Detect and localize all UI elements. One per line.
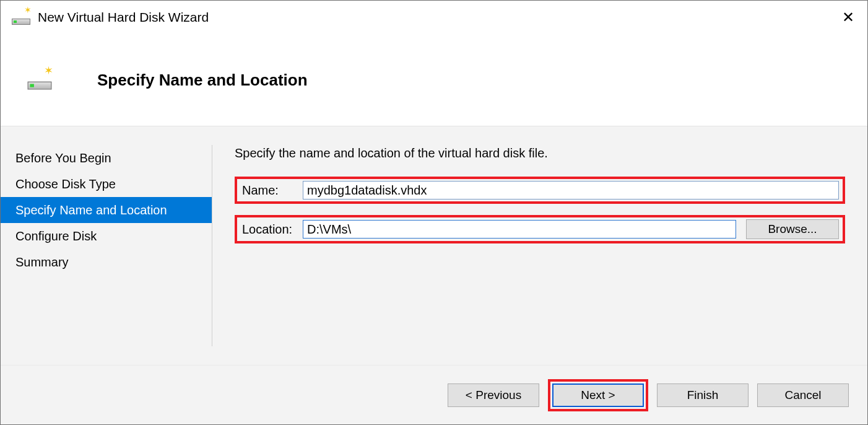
titlebar: New Virtual Hard Disk Wizard ✕ bbox=[1, 1, 867, 34]
location-field-row: Location: Browse... bbox=[235, 215, 845, 243]
name-input[interactable] bbox=[303, 181, 839, 199]
hard-disk-icon bbox=[12, 10, 30, 25]
wizard-footer: < Previous Next > Finish Cancel bbox=[1, 365, 867, 424]
finish-button[interactable]: Finish bbox=[657, 383, 749, 407]
step-specify-name-location[interactable]: Specify Name and Location bbox=[1, 197, 212, 223]
wizard-steps-sidebar: Before You Begin Choose Disk Type Specif… bbox=[1, 126, 212, 365]
content-pane: Specify the name and location of the vir… bbox=[212, 126, 867, 365]
location-label: Location: bbox=[242, 222, 299, 237]
browse-button[interactable]: Browse... bbox=[746, 219, 839, 239]
hard-disk-icon bbox=[28, 70, 52, 89]
page-heading: Specify Name and Location bbox=[97, 71, 308, 90]
body-area: Before You Begin Choose Disk Type Specif… bbox=[1, 126, 867, 365]
step-summary[interactable]: Summary bbox=[1, 249, 212, 275]
previous-button[interactable]: < Previous bbox=[448, 383, 539, 407]
step-configure-disk[interactable]: Configure Disk bbox=[1, 223, 212, 249]
location-input[interactable] bbox=[303, 220, 736, 239]
cancel-button[interactable]: Cancel bbox=[757, 383, 849, 407]
header-area: Specify Name and Location bbox=[1, 34, 867, 126]
name-field-row: Name: bbox=[235, 177, 845, 204]
name-label: Name: bbox=[242, 183, 299, 198]
wizard-window: New Virtual Hard Disk Wizard ✕ Specify N… bbox=[0, 0, 868, 425]
next-button[interactable]: Next > bbox=[552, 383, 644, 407]
step-before-you-begin[interactable]: Before You Begin bbox=[1, 145, 212, 171]
close-icon[interactable]: ✕ bbox=[834, 9, 862, 26]
step-choose-disk-type[interactable]: Choose Disk Type bbox=[1, 171, 212, 197]
instruction-text: Specify the name and location of the vir… bbox=[235, 146, 845, 160]
next-button-highlight: Next > bbox=[548, 379, 648, 411]
window-title: New Virtual Hard Disk Wizard bbox=[38, 10, 827, 25]
